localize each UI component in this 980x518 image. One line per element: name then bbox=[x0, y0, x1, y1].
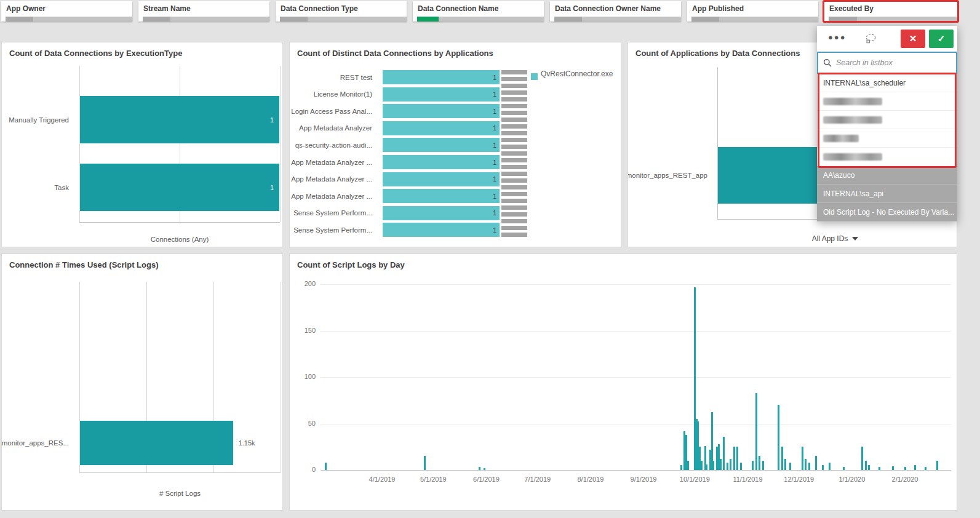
listbox-item[interactable]: INTERNAL\sa_api bbox=[817, 185, 957, 203]
x-axis-title: # Script Logs bbox=[79, 490, 281, 497]
bar[interactable] bbox=[802, 447, 803, 470]
bar[interactable] bbox=[383, 87, 500, 102]
bar[interactable] bbox=[784, 459, 786, 470]
bar[interactable] bbox=[383, 70, 500, 84]
y-tick-label: 200 bbox=[290, 280, 316, 287]
bar[interactable] bbox=[730, 459, 731, 470]
bar[interactable] bbox=[868, 465, 870, 470]
redacted-value bbox=[823, 116, 882, 124]
bar[interactable] bbox=[759, 456, 760, 470]
filter-stream-name[interactable]: Stream Name bbox=[138, 1, 269, 22]
listbox-item[interactable] bbox=[817, 111, 957, 129]
bar[interactable] bbox=[383, 121, 500, 135]
category-label: App Metadata Analyzer bbox=[290, 121, 378, 135]
filter-data-connection-name[interactable]: Data Connection Name bbox=[413, 1, 544, 22]
category-label: Sense System Perform... bbox=[290, 223, 378, 237]
bar[interactable] bbox=[701, 461, 703, 470]
bar[interactable] bbox=[781, 447, 783, 470]
legend-label: QvRestConnector.exe bbox=[541, 70, 613, 79]
bar[interactable] bbox=[740, 463, 742, 470]
bar[interactable] bbox=[383, 172, 500, 186]
legend-swatch bbox=[531, 73, 538, 80]
bar[interactable] bbox=[80, 96, 279, 143]
gridline bbox=[321, 424, 951, 424]
bar[interactable] bbox=[723, 437, 725, 470]
listbox-item[interactable]: AA\azuco bbox=[817, 166, 957, 185]
bar[interactable] bbox=[712, 461, 714, 470]
filter-label: Data Connection Name bbox=[413, 1, 544, 13]
redacted-value bbox=[823, 135, 859, 142]
bar[interactable] bbox=[878, 467, 880, 470]
lasso-selection-icon[interactable] bbox=[865, 33, 877, 46]
bar[interactable] bbox=[914, 465, 916, 470]
filter-label: Executed By bbox=[824, 1, 957, 13]
bar[interactable] bbox=[861, 447, 863, 470]
listbox-item[interactable] bbox=[817, 92, 957, 111]
filter-app-published[interactable]: App Published bbox=[687, 1, 818, 22]
bar[interactable] bbox=[822, 465, 824, 470]
bar[interactable] bbox=[680, 465, 682, 470]
listbox-search-input[interactable] bbox=[836, 58, 951, 67]
bar[interactable] bbox=[815, 456, 817, 470]
filter-selection-bar bbox=[691, 17, 818, 22]
confirm-selection-button[interactable]: ✓ bbox=[929, 30, 954, 48]
category-label: License Monitor(1) bbox=[290, 87, 378, 102]
bar[interactable] bbox=[843, 467, 845, 470]
bar[interactable] bbox=[733, 447, 735, 470]
bar[interactable] bbox=[829, 463, 831, 470]
bar[interactable] bbox=[484, 468, 485, 470]
bar[interactable] bbox=[424, 456, 426, 470]
bar[interactable] bbox=[778, 405, 779, 470]
bar[interactable] bbox=[383, 104, 500, 118]
listbox-item[interactable] bbox=[817, 129, 957, 148]
listbox-search bbox=[817, 52, 957, 74]
gridline bbox=[321, 470, 951, 471]
x-tick-label: 1/1/2020 bbox=[831, 476, 874, 483]
bar[interactable] bbox=[383, 206, 500, 220]
filter-app-owner[interactable]: App Owner bbox=[1, 1, 132, 22]
listbox-toolbar: ●●● ✕ ✓ bbox=[817, 26, 957, 52]
bar[interactable] bbox=[789, 463, 791, 470]
filter-data-connection-type[interactable]: Data Connection Type bbox=[276, 1, 407, 22]
bar-value-label: 1 bbox=[488, 223, 496, 237]
bar[interactable] bbox=[80, 421, 233, 465]
bar[interactable] bbox=[925, 467, 926, 470]
scrollbar-minimap[interactable] bbox=[501, 70, 527, 237]
listbox-item[interactable]: INTERNAL\sa_scheduler bbox=[817, 74, 957, 92]
filter-data-connection-owner-name[interactable]: Data Connection Owner Name bbox=[550, 1, 681, 22]
bar[interactable] bbox=[936, 461, 938, 470]
bar[interactable] bbox=[762, 461, 764, 470]
chart-card-distinct-connections-by-applications: Count of Distinct Data Connections by Ap… bbox=[289, 42, 621, 247]
more-options-icon[interactable]: ●●● bbox=[828, 33, 847, 42]
bar[interactable] bbox=[479, 467, 480, 470]
x-tick-label: 12/1/2019 bbox=[778, 476, 821, 483]
listbox-item[interactable]: Old Script Log - No Executed By Varia... bbox=[817, 203, 957, 221]
dimension-cycle-button[interactable]: All App IDs bbox=[717, 234, 953, 243]
bar[interactable] bbox=[720, 459, 722, 470]
bar[interactable] bbox=[805, 459, 807, 470]
bar[interactable] bbox=[808, 463, 810, 470]
bar[interactable] bbox=[383, 223, 500, 237]
bar[interactable] bbox=[736, 447, 738, 470]
bar[interactable] bbox=[687, 461, 689, 470]
bar[interactable] bbox=[383, 155, 500, 169]
bar[interactable] bbox=[383, 189, 500, 203]
filter-label: Stream Name bbox=[138, 1, 269, 13]
filter-executed-by[interactable]: Executed By bbox=[824, 1, 957, 22]
bar[interactable] bbox=[80, 164, 279, 211]
bar[interactable] bbox=[755, 393, 757, 470]
cancel-selection-button[interactable]: ✕ bbox=[901, 30, 925, 48]
bar[interactable] bbox=[383, 138, 500, 152]
category-label: qs-security-action-audi... bbox=[290, 138, 378, 152]
category-label: monitor_apps_RES... bbox=[2, 421, 74, 465]
listbox-item[interactable] bbox=[817, 148, 957, 166]
bar[interactable] bbox=[865, 461, 867, 470]
x-axis-line bbox=[79, 472, 281, 473]
bar[interactable] bbox=[727, 463, 728, 470]
bar[interactable] bbox=[752, 461, 754, 470]
bar[interactable] bbox=[892, 466, 894, 470]
y-tick-label: 50 bbox=[290, 420, 316, 427]
bar[interactable] bbox=[904, 467, 906, 470]
bar[interactable] bbox=[325, 463, 327, 470]
bar[interactable] bbox=[706, 464, 707, 470]
